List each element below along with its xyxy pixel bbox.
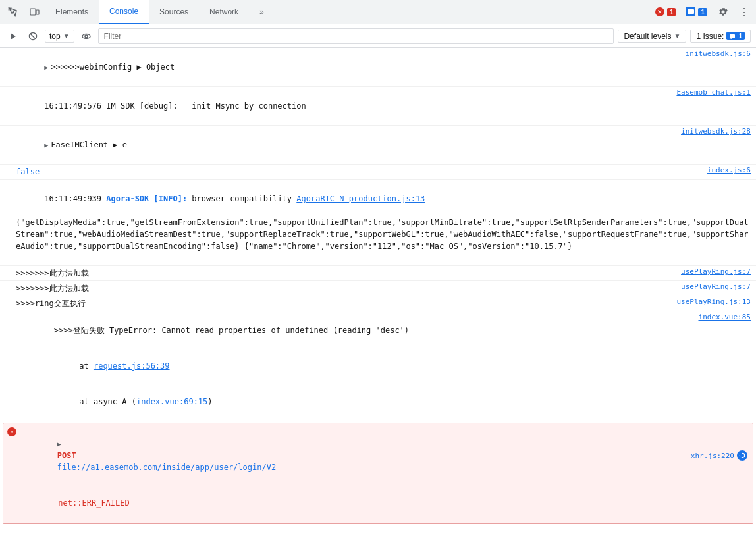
console-row: ▶>>>>>>webimConfig ▶ Object initwebsdk.j… [0,48,756,87]
settings-btn[interactable] [714,3,732,21]
source-link[interactable]: initwebsdk.js:6 [686,49,751,58]
message-count-badge: 1 [698,8,707,16]
log-levels-selector[interactable]: Default levels ▼ [618,30,686,43]
console-row: >>>>ring交互执行 usePlayRing.js:13 [0,296,756,311]
source-link[interactable]: initwebsdk.js:28 [681,127,751,136]
source-link[interactable]: index.js:6 [707,166,751,174]
source-link[interactable]: Easemob-chat.js:1 [676,88,751,97]
more-options-btn[interactable]: ⋮ [735,3,753,21]
console-message: ▶>>>>>>webimConfig ▶ Object [16,49,680,85]
error-message: ▶ POST file://a1.easemob.com/inside/app/… [19,426,680,485]
console-toolbar: top ▼ Default levels ▼ 1 Issue: 1 [0,24,756,48]
issue-label: 1 Issue: [696,32,724,41]
tab-sources[interactable]: Sources [149,0,199,24]
index-vue-link[interactable]: index.vue:69:15 [136,397,207,406]
execute-btn[interactable] [5,28,21,44]
console-row: >>>>>>>此方法加载 usePlayRing.js:7 [0,266,756,281]
error-console-row: ✕ ▶ POST file://a1.easemob.com/inside/ap… [3,423,753,524]
console-row: ▶EaseIMClient ▶ e initwebsdk.js:28 [0,126,756,165]
tab-elements[interactable]: Elements [45,0,99,24]
tab-network[interactable]: Network [199,0,249,24]
console-message: false [16,166,702,178]
filter-input[interactable] [98,28,614,44]
svg-rect-2 [36,10,39,14]
tab-console[interactable]: Console [99,0,149,24]
svg-marker-4 [11,33,16,39]
context-label: top [49,32,61,41]
console-sub-message2: at async A (index.vue:69:15) [16,384,213,419]
svg-rect-9 [730,34,735,38]
console-message: >>>>登陆失败 TypeError: Cannot read properti… [16,313,693,348]
console-message: >>>>>>>此方法加载 [16,282,676,294]
console-message: 16:11:49:939 Agora-SDK [INFO]: browser c… [16,181,751,264]
svg-line-6 [30,33,36,39]
error-badge-btn[interactable]: ✕ 1 [651,6,680,18]
error-detail: net::ERR_FAILED [19,485,130,521]
message-badge-btn[interactable]: 1 [682,6,711,18]
context-chevron-icon: ▼ [63,32,70,39]
expand-arrow-icon[interactable]: ▶ [57,440,61,448]
levels-chevron-icon: ▼ [674,32,681,39]
inspect-element-btn[interactable] [3,0,24,24]
xhr-source-link[interactable]: xhr.js:220 [691,452,734,460]
expand-arrow-icon[interactable]: ▶ [44,142,48,149]
levels-label: Default levels [624,32,671,41]
agora-rtc-link[interactable]: AgoraRTC N-production.js:13 [296,194,425,203]
expand-arrow-icon[interactable]: ▶ [44,64,48,71]
source-link[interactable]: usePlayRing.js:7 [681,282,751,291]
error-circle-icon: ✕ [655,7,664,16]
svg-point-8 [85,35,88,38]
tab-bar-left: Elements Console Sources Network » [3,0,275,24]
console-row: 16:11:49:939 Agora-SDK [INFO]: browser c… [0,180,756,266]
source-link[interactable]: usePlayRing.js:13 [676,298,751,306]
console-message: ▶EaseIMClient ▶ e [16,127,676,163]
issue-count: 1 [726,32,745,40]
eye-btn[interactable] [78,28,94,44]
svg-rect-3 [688,9,694,14]
svg-rect-1 [30,9,36,15]
message-icon [686,7,695,16]
request-link[interactable]: request.js:56:39 [94,361,170,371]
tab-bar-right: ✕ 1 1 ⋮ [651,3,753,21]
error-circle-indicator: ✕ [7,427,16,436]
console-sub-message: at request.js:56:39 [16,348,170,384]
issue-badge[interactable]: 1 Issue: 1 [690,30,751,43]
tab-more[interactable]: » [249,0,275,24]
console-message: >>>>ring交互执行 [16,298,671,309]
replay-btn[interactable] [737,450,747,461]
console-row: false index.js:6 [0,165,756,180]
error-count-badge: 1 [667,8,676,16]
console-row: 16:11:49:576 IM SDK [debug]: init Msync … [0,87,756,126]
source-link[interactable]: index.vue:85 [699,313,751,348]
context-selector[interactable]: top ▼ [45,30,74,43]
source-link[interactable]: usePlayRing.js:7 [681,267,751,276]
console-output: ▶>>>>>>webimConfig ▶ Object initwebsdk.j… [0,48,756,525]
vertical-dots-icon: ⋮ [739,6,749,18]
block-btn[interactable] [25,28,41,44]
console-row: >>>>>>>此方法加载 usePlayRing.js:7 [0,281,756,296]
post-url-link[interactable]: file://a1.easemob.com/inside/app/user/lo… [57,463,276,472]
console-message: >>>>>>>此方法加载 [16,267,676,279]
device-toolbar-btn[interactable] [24,0,45,24]
console-row: >>>>登陆失败 TypeError: Cannot read properti… [0,311,756,421]
console-message: 16:11:49:576 IM SDK [debug]: init Msync … [16,88,671,124]
tab-bar: Elements Console Sources Network » ✕ 1 [0,0,756,24]
